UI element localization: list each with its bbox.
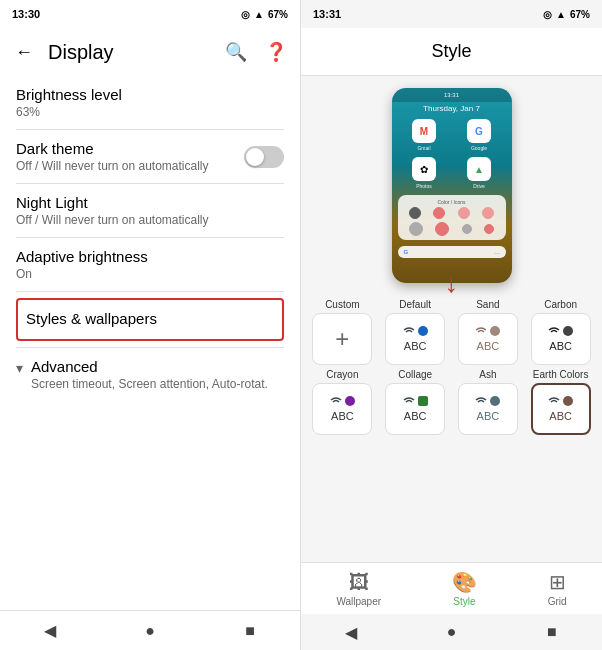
night-light-subtitle: Off / Will never turn on automatically	[16, 213, 284, 227]
advanced-text: Advanced Screen timeout, Screen attentio…	[31, 358, 268, 391]
style-earth-colors[interactable]: Earth Colors ABC	[527, 369, 594, 435]
style-crayon-label: Crayon	[326, 369, 358, 380]
style-custom-label: Custom	[325, 299, 359, 310]
brightness-title: Brightness level	[16, 86, 284, 103]
dark-theme-toggle-container	[244, 146, 284, 168]
sand-abc: ABC	[477, 340, 500, 352]
wifi-icon-earth	[548, 396, 560, 406]
phone-search-bar: G ⋯	[398, 246, 506, 258]
style-collage-box: ABC	[385, 383, 445, 435]
crayon-icons-row	[330, 396, 355, 406]
wifi-icon-left: ▲	[254, 9, 264, 20]
tab-grid[interactable]: ⊞ Grid	[540, 566, 575, 611]
phone-color-strip: Color / Icons	[398, 195, 506, 240]
gmail-icon: M	[412, 119, 436, 143]
top-bar-left: ← Display 🔍 ❓	[0, 28, 300, 76]
dark-theme-toggle[interactable]	[244, 146, 284, 168]
crayon-abc: ABC	[331, 410, 354, 422]
wifi-icon-default	[403, 326, 415, 336]
tab-wallpaper[interactable]: 🖼 Wallpaper	[328, 567, 389, 611]
style-carbon-box: ABC	[531, 313, 591, 365]
style-crayon-box: ABC	[312, 383, 372, 435]
brightness-item[interactable]: Brightness level 63%	[0, 76, 300, 129]
color-circle-8	[484, 224, 494, 234]
style-tab-label: Style	[453, 596, 475, 607]
google-label: Google	[471, 145, 487, 151]
settings-list: Brightness level 63% Dark theme Off / Wi…	[0, 76, 300, 610]
ash-icons-row	[475, 396, 500, 406]
adaptive-brightness-item[interactable]: Adaptive brightness On	[0, 238, 300, 291]
phone-app-grid: M Gmail G Google ✿ Photos ▲ Drive	[392, 115, 512, 193]
style-collage[interactable]: Collage ABC	[382, 369, 449, 435]
grid-tab-icon: ⊞	[549, 570, 566, 594]
style-ash[interactable]: Ash ABC	[455, 369, 522, 435]
drive-label: Drive	[473, 183, 485, 189]
style-carbon-label: Carbon	[544, 299, 577, 310]
time-left: 13:30	[12, 8, 40, 20]
search-bar-g: G	[404, 249, 409, 255]
page-title-right: Style	[431, 41, 471, 62]
back-nav-right[interactable]: ◀	[337, 618, 365, 646]
color-circle-6	[435, 222, 449, 236]
collage-abc: ABC	[404, 410, 427, 422]
dark-theme-title: Dark theme	[16, 140, 240, 157]
search-button[interactable]: 🔍	[220, 36, 252, 68]
home-nav-left[interactable]: ●	[136, 617, 164, 645]
carbon-icons-row	[548, 326, 573, 336]
adaptive-brightness-subtitle: On	[16, 267, 284, 281]
style-earth-colors-label: Earth Colors	[533, 369, 589, 380]
styles-grid-row2: Crayon ABC Collage	[301, 369, 602, 439]
phone-frame: 13:31 Thursday, Jan 7 M Gmail G Google ✿…	[392, 88, 512, 283]
dark-theme-item[interactable]: Dark theme Off / Will never turn on auto…	[0, 130, 300, 183]
style-ash-label: Ash	[479, 369, 496, 380]
color-circle-1	[409, 207, 421, 219]
color-icons-row2	[404, 222, 500, 236]
status-bar-left: 13:30 ◎ ▲ 67%	[0, 0, 300, 28]
status-icons-left: ◎ ▲ 67%	[241, 9, 288, 20]
adaptive-brightness-title: Adaptive brightness	[16, 248, 284, 265]
plus-icon: +	[335, 325, 349, 353]
night-light-item[interactable]: Night Light Off / Will never turn on aut…	[0, 184, 300, 237]
styles-item-wrapper: Styles & wallpapers	[0, 292, 300, 347]
ash-abc: ABC	[477, 410, 500, 422]
phone-date: Thursday, Jan 7	[392, 102, 512, 115]
top-bar-icons: 🔍 ❓	[220, 36, 292, 68]
back-button[interactable]: ←	[8, 36, 40, 68]
dot-default	[418, 326, 428, 336]
home-nav-right[interactable]: ●	[437, 618, 465, 646]
style-sand[interactable]: Sand ABC	[455, 299, 522, 365]
styles-wallpapers-title: Styles & wallpapers	[26, 310, 274, 327]
dot-sand	[490, 326, 500, 336]
default-icons-row	[403, 326, 428, 336]
sand-icons-row	[475, 326, 500, 336]
time-right: 13:31	[313, 8, 341, 20]
color-icons-label: Color / Icons	[404, 199, 500, 205]
wifi-icon-crayon	[330, 396, 342, 406]
style-tab-icon: 🎨	[452, 570, 477, 594]
style-crayon[interactable]: Crayon ABC	[309, 369, 376, 435]
dot-carbon	[563, 326, 573, 336]
wifi-icon-right: ▲	[556, 9, 566, 20]
style-default[interactable]: Default ABC	[382, 299, 449, 365]
color-circle-2	[433, 207, 445, 219]
default-abc: ABC	[404, 340, 427, 352]
advanced-item[interactable]: ▾ Advanced Screen timeout, Screen attent…	[0, 348, 300, 401]
back-nav-left[interactable]: ◀	[36, 617, 64, 645]
color-icons-row	[404, 207, 500, 219]
tab-style[interactable]: 🎨 Style	[444, 566, 485, 611]
recents-nav-right[interactable]: ■	[538, 618, 566, 646]
help-button[interactable]: ❓	[260, 36, 292, 68]
recents-nav-left[interactable]: ■	[236, 617, 264, 645]
carbon-abc: ABC	[549, 340, 572, 352]
style-custom[interactable]: Custom +	[309, 299, 376, 365]
collage-icons-row	[403, 396, 428, 406]
photos-label: Photos	[416, 183, 432, 189]
style-sand-box: ABC	[458, 313, 518, 365]
wifi-icon-collage	[403, 396, 415, 406]
bottom-nav-right: 🖼 Wallpaper 🎨 Style ⊞ Grid	[301, 562, 602, 614]
styles-wallpapers-item[interactable]: Styles & wallpapers	[16, 298, 284, 341]
phone-app-photos: ✿ Photos	[400, 157, 449, 189]
wifi-icon-ash	[475, 396, 487, 406]
style-carbon[interactable]: Carbon ABC	[527, 299, 594, 365]
color-circle-5	[409, 222, 423, 236]
